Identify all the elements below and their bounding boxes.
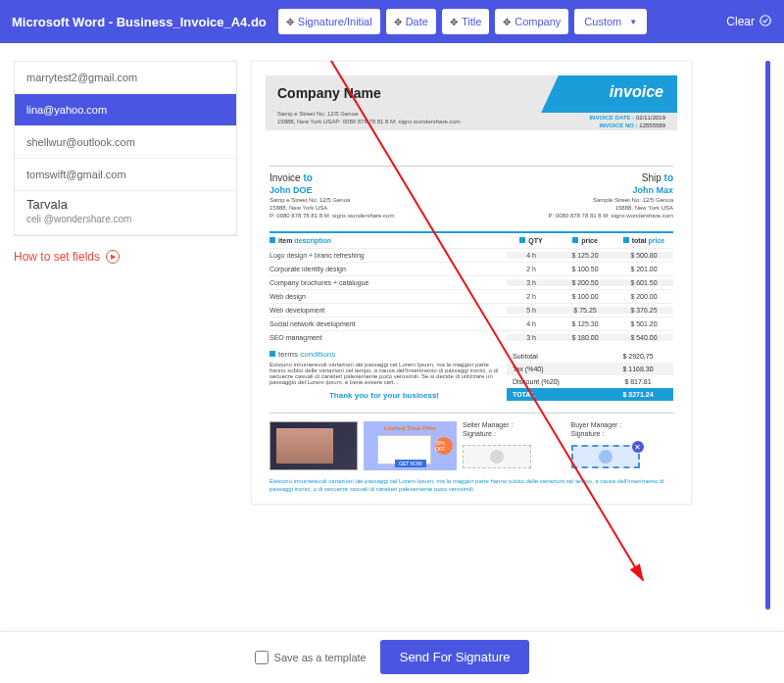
totals: Subtotal$ 2920,75 Tax (%40)$ 1168.30 Dis…	[507, 350, 673, 401]
buyer-signature-box-active[interactable]: ✕	[571, 445, 640, 468]
document-viewport: Company Name invoice Samp e Street No: 1…	[251, 61, 770, 631]
table-row: Logo design + branc refreshing4 h$ 125.2…	[270, 248, 673, 262]
table-header: item description QTY price total price	[270, 233, 673, 248]
recipient-list: marrytest2@gmail.com lina@yahoo.com shel…	[14, 61, 237, 236]
terms-body: Esistono innumerevoli variazioni dei pas…	[270, 362, 499, 385]
svg-point-0	[760, 15, 771, 25]
footnote: Esistono innumerevoli variazioni dei pas…	[270, 478, 673, 494]
invoice-to: Invoice to John DOE Samp e Street No: 12…	[270, 172, 394, 220]
clear-label: Clear	[726, 15, 755, 28]
stamp-icon	[599, 450, 612, 463]
howto-label: How to set fields	[14, 250, 100, 264]
howto-link[interactable]: How to set fields ▶	[14, 250, 237, 264]
party-row: Invoice to John DOE Samp e Street No: 12…	[270, 166, 673, 220]
field-label: Signature/Initial	[298, 16, 372, 27]
field-date[interactable]: ✥ Date	[386, 9, 436, 34]
save-as-template[interactable]: Save as a template	[255, 651, 367, 664]
move-icon: ✥	[286, 17, 294, 27]
invoice-word: invoice	[610, 83, 663, 101]
seller-signature-col: Seller Manager : Signature :	[463, 421, 565, 470]
signature-label: Signature :	[571, 430, 674, 437]
promo-badge: 30% OFF	[435, 437, 453, 455]
bottom-bar: Save as a template Send For Signature	[0, 631, 784, 682]
seller-signature-box[interactable]	[463, 445, 531, 468]
table-row: Company brochures + catalogue3 h$ 200.50…	[270, 275, 673, 289]
clear-icon	[759, 14, 772, 30]
promo-banner: Limited Time Offer 30% OFF GET NOW	[364, 421, 457, 470]
items-table: item description QTY price total price L…	[270, 231, 673, 344]
table-row: Web development5 h$ 75.25$ 376.25	[270, 303, 673, 317]
recipient-item-active[interactable]: lina@yahoo.com	[15, 94, 236, 126]
scrollbar[interactable]	[765, 61, 770, 610]
promo-title: Limited Time Offer	[368, 425, 453, 431]
move-icon: ✥	[450, 17, 458, 27]
send-for-signature-button[interactable]: Send For Signature	[380, 640, 530, 674]
field-signature-initial[interactable]: ✥ Signature/Initial	[278, 9, 380, 34]
buyer-signature-col: Buyer Manager : Signature : ✕	[571, 421, 674, 470]
promo-getnow: GET NOW	[395, 460, 426, 467]
table-row: Web design2 h$ 100.00$ 200.00	[270, 289, 673, 303]
recipient-item[interactable]: tomswift@gmail.com	[15, 159, 236, 191]
move-icon: ✥	[394, 17, 402, 27]
field-title[interactable]: ✥ Title	[442, 9, 489, 34]
terms: terms conditions Esistono innumerevoli v…	[270, 350, 507, 401]
signature-row: Limited Time Offer 30% OFF GET NOW Selle…	[270, 413, 673, 470]
save-template-checkbox[interactable]	[255, 651, 269, 664]
main-area: marrytest2@gmail.com lina@yahoo.com shel…	[0, 43, 784, 631]
recipient-item[interactable]: shellwur@outlook.com	[15, 126, 236, 159]
seller-manager-label: Seller Manager :	[463, 421, 565, 428]
group-email: celi @wondershare.com	[26, 214, 224, 224]
field-label: Date	[406, 16, 428, 27]
document-title: Microsoft Word - Business_Invoice_A4.do	[12, 15, 267, 29]
table-row: Corporate identity design2 h$ 100.50$ 20…	[270, 262, 673, 275]
field-company[interactable]: ✥ Company	[495, 9, 568, 34]
below-table: terms conditions Esistono innumerevoli v…	[270, 350, 673, 401]
clear-button[interactable]: Clear	[726, 14, 772, 30]
toolbar: Microsoft Word - Business_Invoice_A4.do …	[0, 0, 784, 43]
table-row: Social network development4 h$ 125.30$ 5…	[270, 317, 673, 330]
custom-label: Custom	[584, 16, 621, 27]
buyer-manager-label: Buyer Manager :	[571, 421, 674, 428]
field-label: Company	[514, 16, 561, 27]
save-template-label: Save as a template	[274, 652, 367, 663]
signature-label: Signature :	[463, 430, 565, 437]
recipient-group[interactable]: Tarvala celi @wondershare.com	[15, 191, 236, 235]
company-address: Samp e Street No: 12/5 Genoa 15888, New …	[277, 111, 461, 126]
remove-field-icon[interactable]: ✕	[632, 441, 644, 453]
sidebar: marrytest2@gmail.com lina@yahoo.com shel…	[14, 61, 237, 631]
recipient-item[interactable]: marrytest2@gmail.com	[15, 62, 236, 94]
document-page[interactable]: Company Name invoice Samp e Street No: 1…	[251, 61, 692, 505]
custom-field-dropdown[interactable]: Custom ▼	[574, 9, 647, 34]
promo-image	[270, 421, 358, 470]
thank-you: Thank you for your business!	[270, 391, 499, 400]
doc-header: Company Name invoice Samp e Street No: 1…	[266, 75, 677, 130]
move-icon: ✥	[503, 17, 511, 27]
table-row: SEO managment3 h$ 180.00$ 540.00	[270, 330, 673, 344]
caret-down-icon: ▼	[629, 18, 637, 26]
invoice-meta: INVOICE DATE : 02/11/2019 INVOICE NO : 1…	[589, 115, 665, 130]
company-name: Company Name	[277, 85, 381, 101]
field-label: Title	[462, 16, 481, 27]
ship-to: Ship to John Max Sample Street No: 12/5 …	[549, 172, 673, 220]
stamp-icon	[490, 450, 504, 463]
play-icon: ▶	[106, 250, 120, 264]
group-name: Tarvala	[26, 197, 224, 212]
